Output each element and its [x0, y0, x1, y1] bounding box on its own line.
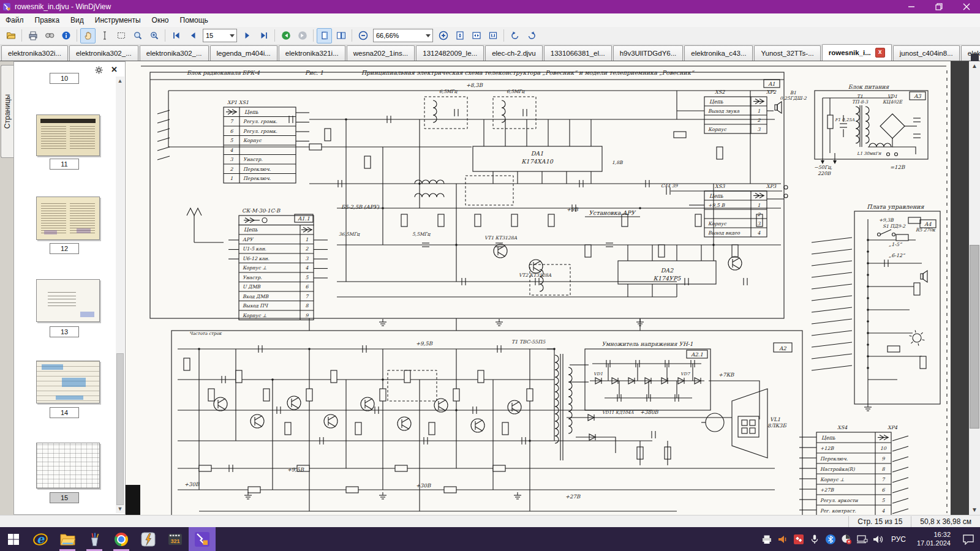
tab-elektronika321i[interactable]: elektronika321i...	[279, 45, 345, 61]
table-sk-row-label: Корпус ⊥	[243, 313, 267, 318]
last-page-icon[interactable]	[256, 28, 271, 43]
print-icon[interactable]	[25, 28, 40, 43]
tray-network-icon[interactable]	[854, 527, 870, 551]
schematic-label-da2: DA2	[661, 267, 674, 274]
sidebar-scrollbar[interactable]: ▲ ▼	[116, 77, 124, 513]
doc-scroll-down-icon[interactable]: ▼	[969, 505, 980, 515]
taskbar-winamp-icon[interactable]	[135, 527, 162, 551]
single-page-layout-icon[interactable]	[317, 28, 332, 43]
first-page-icon[interactable]	[168, 28, 184, 43]
page-number-15[interactable]: 15	[50, 492, 79, 503]
tray-microphone-icon[interactable]	[807, 527, 823, 551]
fit-page-icon[interactable]	[452, 28, 467, 43]
minimize-button[interactable]	[897, 0, 925, 13]
tab-Yunost_32TTs-[interactable]: Yunost_32TTs-...	[754, 45, 820, 61]
about-icon[interactable]	[58, 28, 74, 43]
zoom-rect-icon[interactable]	[130, 28, 145, 43]
pan-tool-icon[interactable]	[80, 28, 96, 43]
settings-gear-icon[interactable]	[95, 66, 103, 77]
tab-legenda_m404i[interactable]: legenda_m404i...	[210, 45, 277, 61]
next-page-icon[interactable]	[239, 28, 255, 43]
schematic-label-l1_pit: L1 30мкГн	[857, 151, 882, 156]
tab-pages-panel[interactable]: Страницы	[1, 65, 13, 158]
zoom-out-icon[interactable]	[355, 28, 371, 43]
scroll-up-icon[interactable]: ▲	[116, 77, 124, 85]
actual-size-icon[interactable]	[485, 28, 500, 43]
scroll-down-icon[interactable]: ▼	[116, 504, 124, 513]
page-number-14[interactable]: 14	[50, 407, 79, 418]
select-area-icon[interactable]	[113, 28, 129, 43]
tray-printer-icon[interactable]	[759, 527, 775, 551]
page-thumbnail-13[interactable]	[36, 279, 100, 322]
chevron-down-icon[interactable]	[423, 30, 432, 41]
document-scrollbar-thumb[interactable]	[970, 245, 979, 429]
search-icon[interactable]	[42, 28, 57, 43]
page-thumbnail-15[interactable]	[36, 443, 100, 489]
sidebar-scrollbar-thumb[interactable]	[116, 353, 124, 505]
facing-pages-icon[interactable]	[333, 28, 349, 43]
page-thumbnail-11[interactable]	[36, 114, 100, 156]
start-button[interactable]	[0, 527, 27, 551]
action-center-icon[interactable]	[957, 527, 980, 551]
panel-close-icon[interactable]: ✕	[111, 65, 118, 74]
menu-edit[interactable]: Правка	[29, 13, 66, 27]
page-thumbnail-12[interactable]	[36, 197, 100, 240]
zoom-combo[interactable]: 66,66%	[373, 29, 433, 42]
tab-elektronika302i[interactable]: elektronika302i...	[1, 45, 68, 61]
tray-volume-icon[interactable]	[870, 527, 886, 551]
fit-width-icon[interactable]	[469, 28, 484, 43]
page-thumbnail-14[interactable]	[36, 361, 100, 403]
previous-page-icon[interactable]	[185, 28, 200, 43]
rotate-right-icon[interactable]	[524, 28, 539, 43]
menu-view[interactable]: Вид	[65, 13, 89, 27]
tray-bluetooth-icon[interactable]	[823, 527, 839, 551]
tab-elektronika302_[interactable]: elektronika302_...	[69, 45, 138, 61]
tab-junost_c404in8[interactable]: junost_c404in8...	[893, 45, 960, 61]
page-number-11[interactable]: 11	[50, 159, 79, 170]
rotate-left-icon[interactable]	[507, 28, 522, 43]
taskbar-internet-explorer-icon[interactable]: e	[27, 527, 54, 551]
clock[interactable]: 16:32 17.01.2024	[911, 531, 957, 548]
menu-file[interactable]: Файл	[0, 13, 29, 27]
page-number-12[interactable]: 12	[50, 243, 79, 254]
back-icon[interactable]	[278, 28, 293, 43]
chevron-down-icon[interactable]	[227, 30, 236, 41]
table-xs2-name-right: XP2	[766, 89, 777, 95]
taskbar-media-player-classic-icon[interactable]: 321	[162, 527, 189, 551]
tab-close-icon[interactable]: x	[875, 48, 885, 58]
tab-elektronika_c43[interactable]: elektronika_c43...	[684, 45, 753, 61]
zoom-in-icon[interactable]	[435, 28, 451, 43]
language-indicator[interactable]: РУС	[886, 535, 911, 544]
open-icon[interactable]	[3, 28, 18, 43]
menu-help[interactable]: Помощь	[175, 13, 214, 27]
taskbar-file-explorer-icon[interactable]	[54, 527, 81, 551]
tab-elektronika302_[interactable]: elektronika302_...	[140, 45, 209, 61]
tray-speaker-icon[interactable]	[775, 527, 791, 551]
menu-tools[interactable]: Инструменты	[89, 13, 146, 27]
tab-1312482009_le[interactable]: 1312482009_le...	[416, 45, 484, 61]
taskbar-windjview-icon[interactable]	[189, 527, 216, 551]
restore-button[interactable]	[925, 0, 952, 13]
menu-window[interactable]: Окно	[146, 13, 175, 27]
zoom-select-icon[interactable]	[146, 28, 162, 43]
page-combo[interactable]: 15	[203, 29, 237, 42]
tab-rowesnik_i[interactable]: rowesnik_i...x	[822, 44, 892, 61]
taskbar-chrome-icon[interactable]	[108, 527, 135, 551]
tab-wesna202_1ins[interactable]: wesna202_1ins...	[347, 45, 415, 61]
document-scrollbar[interactable]: ▲ ▼	[969, 61, 980, 515]
select-text-icon[interactable]	[97, 28, 112, 43]
doc-scroll-up-icon[interactable]: ▲	[969, 61, 980, 71]
page-number-13[interactable]: 13	[50, 326, 79, 337]
taskbar-paint-icon[interactable]	[81, 527, 108, 551]
tab-1331066381_el[interactable]: 1331066381_el...	[544, 45, 612, 61]
document-view[interactable]: A1A3A4A2A2.1A1.1ЦепьРегул. громк.7Регул.…	[126, 61, 980, 515]
forward-icon[interactable]	[295, 28, 310, 43]
tab-scroll-button[interactable]	[971, 54, 979, 61]
close-button[interactable]	[952, 0, 980, 13]
tab-h9v3UllTDGdY6[interactable]: h9v3UllTDGdY6...	[613, 45, 684, 61]
tray-disk-usage-icon[interactable]	[839, 527, 854, 551]
tab-elec-ch-2djvu[interactable]: elec-ch-2.djvu	[485, 45, 543, 61]
tray-recorder-icon[interactable]	[791, 527, 807, 551]
table-sk-row-num: 6	[306, 284, 309, 290]
page-number-10[interactable]: 10	[50, 73, 79, 84]
